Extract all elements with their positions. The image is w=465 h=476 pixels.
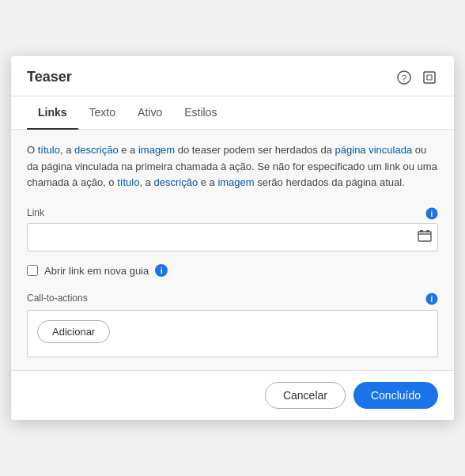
dialog-header: Teaser ? bbox=[11, 56, 454, 96]
cta-section: i Call-to-actions Adicionar bbox=[27, 293, 438, 357]
dialog-body: O título, a descrição e a imagem do teas… bbox=[11, 130, 454, 370]
add-cta-button[interactable]: Adicionar bbox=[37, 320, 110, 343]
cancel-button[interactable]: Cancelar bbox=[265, 382, 346, 409]
svg-rect-7 bbox=[420, 230, 423, 232]
open-new-tab-checkbox[interactable] bbox=[27, 265, 38, 276]
link-label: Link bbox=[27, 207, 438, 218]
browse-icon[interactable] bbox=[418, 229, 432, 245]
tab-ativo[interactable]: Ativo bbox=[127, 96, 173, 130]
link-info-icon[interactable]: i bbox=[425, 207, 438, 222]
checkbox-info-icon[interactable]: i bbox=[155, 264, 168, 277]
svg-text:i: i bbox=[431, 210, 433, 218]
link-field-section: i Link bbox=[27, 207, 438, 251]
tab-links[interactable]: Links bbox=[27, 96, 78, 130]
checkbox-label: Abrir link em nova guia bbox=[44, 265, 149, 277]
tab-estilos[interactable]: Estilos bbox=[173, 96, 228, 130]
checkbox-row: Abrir link em nova guia i bbox=[27, 264, 438, 277]
link-input[interactable] bbox=[27, 223, 438, 251]
svg-rect-8 bbox=[426, 230, 429, 232]
svg-rect-3 bbox=[427, 75, 432, 80]
confirm-button[interactable]: Concluído bbox=[353, 382, 438, 409]
svg-text:i: i bbox=[431, 295, 433, 304]
tab-texto[interactable]: Texto bbox=[78, 96, 127, 130]
cta-box: Adicionar bbox=[27, 310, 438, 357]
svg-rect-6 bbox=[418, 232, 431, 241]
dialog-title: Teaser bbox=[27, 69, 72, 85]
link-input-wrapper bbox=[27, 223, 438, 251]
header-icons: ? bbox=[395, 69, 438, 86]
svg-text:?: ? bbox=[402, 73, 406, 82]
info-paragraph: O título, a descrição e a imagem do teas… bbox=[27, 142, 438, 191]
teaser-dialog: Teaser ? Links Texto Ativo Estilos bbox=[11, 56, 454, 420]
cta-info-icon[interactable]: i bbox=[425, 293, 438, 308]
expand-icon[interactable] bbox=[421, 69, 438, 86]
dialog-footer: Cancelar Concluído bbox=[11, 370, 454, 420]
tabs-bar: Links Texto Ativo Estilos bbox=[11, 96, 454, 130]
svg-rect-2 bbox=[424, 72, 435, 83]
help-icon[interactable]: ? bbox=[395, 69, 413, 86]
cta-label: Call-to-actions bbox=[27, 293, 438, 304]
